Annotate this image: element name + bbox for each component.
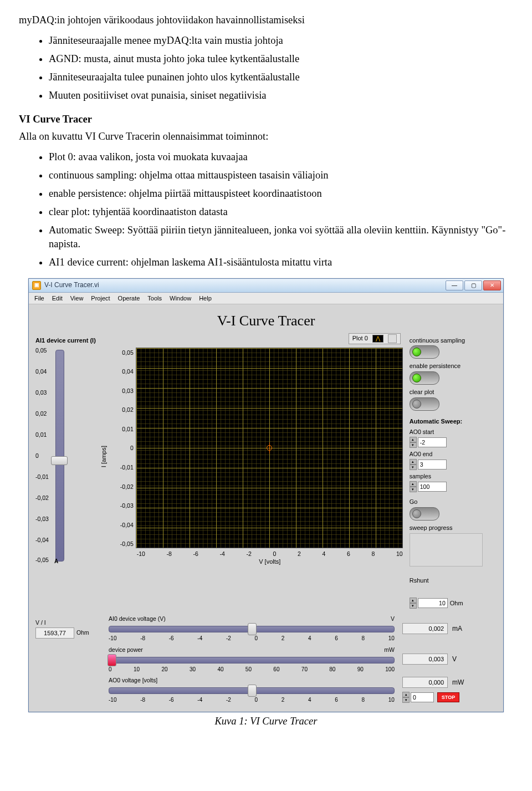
continuous-sampling-label: continuous sampling bbox=[410, 336, 497, 345]
xtick: -6 bbox=[193, 550, 198, 558]
window-title: V-I Curve Tracer.vi bbox=[44, 280, 99, 289]
vtick: 0,03 bbox=[35, 389, 47, 396]
front-panel: V-I Curve Tracer AI1 device current (I) … bbox=[29, 304, 503, 712]
y-axis-label: I [amps] bbox=[100, 446, 108, 467]
ytick: -0,04 bbox=[110, 521, 134, 529]
ytick: -0,03 bbox=[110, 502, 134, 509]
doc-bullets-top: Jänniteseuraajalle menee myDAQ:lta vain … bbox=[19, 34, 513, 103]
xtick: -10 bbox=[137, 550, 145, 558]
vtick: -0,02 bbox=[35, 494, 49, 502]
automatic-sweep-heading: Automatic Sweep: bbox=[410, 417, 497, 426]
go-button[interactable] bbox=[410, 507, 439, 520]
ytick: -0,01 bbox=[110, 463, 134, 471]
bullet: enable persistence: ohjelma piirtää mitt… bbox=[49, 187, 513, 201]
ao0-voltage-slider[interactable] bbox=[109, 684, 395, 696]
titlebar: ▣ V-I Curve Tracer.vi — ▢ ✕ bbox=[29, 279, 503, 293]
ao0-start-label: AO0 start bbox=[410, 428, 497, 436]
chart-area: Plot 0 ⋀ I [amps] 0,05 0,04 0,03 0,02 0,… bbox=[100, 334, 404, 566]
vtick: 0,01 bbox=[35, 431, 47, 438]
maximize-button[interactable]: ▢ bbox=[464, 280, 482, 290]
sweep-progress-label: sweep progress bbox=[410, 524, 497, 532]
ytick: 0,01 bbox=[110, 425, 134, 433]
labview-icon: ▣ bbox=[32, 281, 41, 290]
ai1-vertical-slider[interactable]: 0,05 0,04 0,03 0,02 0,01 0 -0,01 -0,02 -… bbox=[39, 346, 72, 564]
bullet: AI1 device current: ohjelman laskema AI1… bbox=[49, 256, 513, 269]
ao0-end-label: AO0 end bbox=[410, 450, 497, 458]
menu-edit[interactable]: Edit bbox=[52, 294, 63, 303]
mw-unit: mW bbox=[452, 678, 464, 687]
bullet: Muuten positiiviset ovat punaisia, sinis… bbox=[49, 89, 513, 103]
plot-settings-icon[interactable] bbox=[388, 334, 397, 343]
ma-value: 0,002 bbox=[402, 623, 448, 634]
cursor-icon bbox=[267, 445, 272, 451]
close-button[interactable]: ✕ bbox=[483, 280, 501, 290]
rshunt-label: Rshunt bbox=[410, 576, 497, 585]
ai1-slider-label: AI1 device current (I) bbox=[35, 336, 100, 345]
rshunt-control[interactable]: ▴▾ bbox=[410, 598, 448, 609]
clear-plot-label: clear plot bbox=[410, 388, 497, 396]
ai0-ticks: -10-8-6-4-20246810 bbox=[109, 635, 395, 642]
xtick: 10 bbox=[396, 550, 403, 558]
menu-tools[interactable]: Tools bbox=[147, 294, 162, 303]
labview-window: ▣ V-I Curve Tracer.vi — ▢ ✕ File Edit Vi… bbox=[28, 278, 504, 712]
enable-persistence-label: enable persistence bbox=[410, 362, 497, 370]
samples-control[interactable]: ▴▾ bbox=[410, 481, 497, 492]
ma-unit: mA bbox=[452, 624, 462, 633]
minimize-button[interactable]: — bbox=[446, 280, 463, 290]
rshunt-input[interactable] bbox=[418, 598, 448, 608]
bullet: clear plot: tyhjentää koordinaatiston da… bbox=[49, 205, 513, 219]
menu-project[interactable]: Project bbox=[91, 294, 110, 303]
vtick: -0,03 bbox=[35, 515, 49, 523]
sweep-progress-gauge bbox=[410, 533, 483, 567]
vtick: -0,01 bbox=[35, 473, 49, 481]
clear-plot-button[interactable] bbox=[410, 397, 439, 411]
ao0-ticks: -10-8-6-4-20246810 bbox=[109, 696, 395, 704]
menu-file[interactable]: File bbox=[34, 294, 44, 303]
continuous-sampling-toggle[interactable] bbox=[410, 345, 439, 359]
plot-legend[interactable]: Plot 0 ⋀ bbox=[349, 333, 401, 344]
vtick: 0,04 bbox=[35, 368, 47, 375]
slider-thumb[interactable] bbox=[51, 456, 68, 465]
ytick: -0,02 bbox=[110, 483, 134, 491]
bullet: Automatic Sweep: Syöttää piiriin tietyn … bbox=[49, 223, 513, 251]
ao0-numeric[interactable]: ▴▾ bbox=[402, 692, 434, 703]
slider-thumb[interactable] bbox=[248, 623, 257, 635]
xtick: 8 bbox=[371, 550, 375, 558]
y-ticks: 0,05 0,04 0,03 0,02 0,01 0 -0,01 -0,02 -… bbox=[110, 348, 136, 549]
figure-caption: Kuva 1: VI Curve Tracer bbox=[19, 715, 513, 728]
ytick: 0,04 bbox=[110, 368, 134, 375]
ai1-current-slider: AI1 device current (I) 0,05 0,04 0,03 0,… bbox=[35, 334, 100, 564]
menu-view[interactable]: View bbox=[70, 294, 84, 303]
menubar: File Edit View Project Operate Tools Win… bbox=[29, 293, 503, 305]
power-slider-label: device power bbox=[109, 646, 143, 654]
power-ticks: 0102030405060708090100 bbox=[109, 666, 395, 673]
ao0-end-input[interactable] bbox=[418, 460, 447, 470]
ai0-voltage-slider[interactable] bbox=[109, 622, 395, 635]
menu-window[interactable]: Window bbox=[170, 294, 191, 303]
device-power-slider[interactable] bbox=[109, 654, 395, 666]
xtick: 0 bbox=[273, 550, 277, 558]
stop-button[interactable]: STOP bbox=[437, 692, 459, 702]
bullet: continuous sampling: ohjelma ottaa mitta… bbox=[49, 169, 513, 182]
ao0-start-input[interactable] bbox=[418, 437, 447, 447]
samples-input[interactable] bbox=[418, 482, 447, 492]
slider-thumb[interactable] bbox=[108, 654, 116, 666]
xy-graph[interactable] bbox=[136, 348, 403, 548]
enable-persistence-toggle[interactable] bbox=[410, 371, 439, 385]
doc-bullets-main: Plot 0: avaa valikon, josta voi muokata … bbox=[19, 150, 513, 269]
plot-swatch-icon: ⋀ bbox=[372, 335, 383, 343]
ao0-start-control[interactable]: ▴▾ bbox=[410, 437, 497, 448]
ao0-input[interactable] bbox=[411, 692, 434, 702]
vi-label: V / I bbox=[35, 619, 101, 626]
mw-value: 0,000 bbox=[402, 677, 448, 688]
x-axis-label: V [volts] bbox=[136, 558, 404, 566]
panel-title: V-I Curve Tracer bbox=[35, 311, 497, 330]
menu-help[interactable]: Help bbox=[199, 294, 212, 303]
ao0-end-control[interactable]: ▴▾ bbox=[410, 459, 497, 470]
ytick: 0,05 bbox=[110, 349, 134, 356]
bullet: Jänniteseuraajalle menee myDAQ:lta vain … bbox=[49, 34, 513, 48]
xtick: -4 bbox=[220, 550, 225, 558]
samples-label: samples bbox=[410, 472, 497, 480]
slider-thumb[interactable] bbox=[248, 685, 257, 697]
menu-operate[interactable]: Operate bbox=[118, 294, 140, 303]
